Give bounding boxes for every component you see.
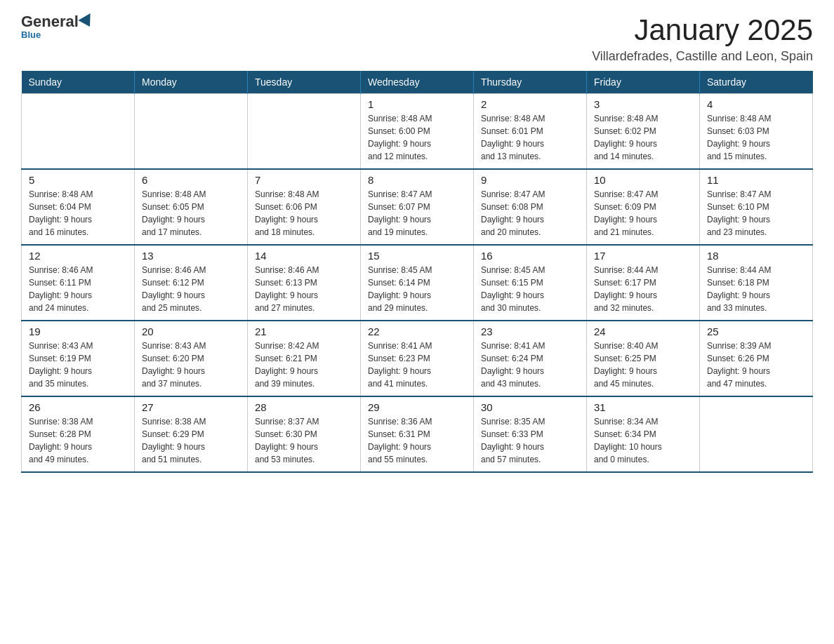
day-number: 29	[368, 401, 466, 413]
day-info: Sunrise: 8:38 AMSunset: 6:29 PMDaylight:…	[142, 415, 240, 466]
weekday-header-wednesday: Wednesday	[361, 71, 474, 94]
day-number: 21	[255, 326, 353, 337]
day-info: Sunrise: 8:45 AMSunset: 6:15 PMDaylight:…	[481, 264, 579, 314]
calendar-cell: 15Sunrise: 8:45 AMSunset: 6:14 PMDayligh…	[361, 245, 474, 321]
logo: General Blue	[21, 14, 95, 40]
day-info: Sunrise: 8:48 AMSunset: 6:04 PMDaylight:…	[29, 188, 127, 239]
day-number: 6	[142, 174, 240, 186]
day-info: Sunrise: 8:47 AMSunset: 6:08 PMDaylight:…	[481, 188, 579, 239]
day-number: 13	[142, 250, 240, 262]
calendar-cell: 16Sunrise: 8:45 AMSunset: 6:15 PMDayligh…	[474, 245, 587, 321]
weekday-header-tuesday: Tuesday	[248, 71, 361, 94]
weekday-header-saturday: Saturday	[700, 71, 813, 94]
calendar-week-row: 26Sunrise: 8:38 AMSunset: 6:28 PMDayligh…	[22, 396, 813, 472]
calendar-title: January 2025	[592, 14, 813, 46]
day-info: Sunrise: 8:44 AMSunset: 6:18 PMDaylight:…	[707, 264, 805, 314]
day-info: Sunrise: 8:48 AMSunset: 6:06 PMDaylight:…	[255, 188, 353, 239]
day-number: 22	[368, 326, 466, 337]
day-info: Sunrise: 8:42 AMSunset: 6:21 PMDaylight:…	[255, 340, 353, 390]
day-info: Sunrise: 8:46 AMSunset: 6:13 PMDaylight:…	[255, 264, 353, 314]
day-number: 23	[481, 326, 579, 337]
day-info: Sunrise: 8:38 AMSunset: 6:28 PMDaylight:…	[29, 415, 127, 466]
day-number: 5	[29, 174, 127, 186]
calendar-cell: 19Sunrise: 8:43 AMSunset: 6:19 PMDayligh…	[22, 321, 135, 396]
day-info: Sunrise: 8:48 AMSunset: 6:00 PMDaylight:…	[368, 112, 466, 163]
weekday-header-thursday: Thursday	[474, 71, 587, 94]
calendar-header-row: SundayMondayTuesdayWednesdayThursdayFrid…	[22, 71, 813, 94]
day-info: Sunrise: 8:47 AMSunset: 6:09 PMDaylight:…	[594, 188, 692, 239]
day-info: Sunrise: 8:34 AMSunset: 6:34 PMDaylight:…	[594, 415, 692, 466]
day-number: 1	[368, 98, 466, 110]
day-number: 30	[481, 401, 579, 413]
day-info: Sunrise: 8:41 AMSunset: 6:24 PMDaylight:…	[481, 340, 579, 390]
calendar-cell: 1Sunrise: 8:48 AMSunset: 6:00 PMDaylight…	[361, 94, 474, 170]
day-info: Sunrise: 8:41 AMSunset: 6:23 PMDaylight:…	[368, 340, 466, 390]
day-number: 2	[481, 98, 579, 110]
calendar-week-row: 12Sunrise: 8:46 AMSunset: 6:11 PMDayligh…	[22, 245, 813, 321]
day-info: Sunrise: 8:48 AMSunset: 6:05 PMDaylight:…	[142, 188, 240, 239]
day-info: Sunrise: 8:48 AMSunset: 6:01 PMDaylight:…	[481, 112, 579, 163]
calendar-cell: 20Sunrise: 8:43 AMSunset: 6:20 PMDayligh…	[135, 321, 248, 396]
day-number: 25	[707, 326, 805, 337]
day-number: 7	[255, 174, 353, 186]
calendar-cell	[135, 94, 248, 170]
calendar-cell: 22Sunrise: 8:41 AMSunset: 6:23 PMDayligh…	[361, 321, 474, 396]
calendar-cell: 9Sunrise: 8:47 AMSunset: 6:08 PMDaylight…	[474, 169, 587, 245]
calendar-week-row: 19Sunrise: 8:43 AMSunset: 6:19 PMDayligh…	[22, 321, 813, 396]
calendar-cell: 4Sunrise: 8:48 AMSunset: 6:03 PMDaylight…	[700, 94, 813, 170]
calendar-cell: 25Sunrise: 8:39 AMSunset: 6:26 PMDayligh…	[700, 321, 813, 396]
calendar-cell: 12Sunrise: 8:46 AMSunset: 6:11 PMDayligh…	[22, 245, 135, 321]
calendar-cell: 7Sunrise: 8:48 AMSunset: 6:06 PMDaylight…	[248, 169, 361, 245]
day-info: Sunrise: 8:46 AMSunset: 6:11 PMDaylight:…	[29, 264, 127, 314]
calendar-table: SundayMondayTuesdayWednesdayThursdayFrid…	[21, 71, 813, 473]
calendar-cell: 13Sunrise: 8:46 AMSunset: 6:12 PMDayligh…	[135, 245, 248, 321]
day-info: Sunrise: 8:45 AMSunset: 6:14 PMDaylight:…	[368, 264, 466, 314]
calendar-cell: 17Sunrise: 8:44 AMSunset: 6:17 PMDayligh…	[587, 245, 700, 321]
calendar-cell: 5Sunrise: 8:48 AMSunset: 6:04 PMDaylight…	[22, 169, 135, 245]
calendar-cell: 23Sunrise: 8:41 AMSunset: 6:24 PMDayligh…	[474, 321, 587, 396]
day-number: 9	[481, 174, 579, 186]
calendar-cell: 11Sunrise: 8:47 AMSunset: 6:10 PMDayligh…	[700, 169, 813, 245]
day-info: Sunrise: 8:47 AMSunset: 6:07 PMDaylight:…	[368, 188, 466, 239]
calendar-cell	[22, 94, 135, 170]
calendar-cell: 21Sunrise: 8:42 AMSunset: 6:21 PMDayligh…	[248, 321, 361, 396]
day-number: 3	[594, 98, 692, 110]
day-info: Sunrise: 8:43 AMSunset: 6:20 PMDaylight:…	[142, 340, 240, 390]
day-number: 4	[707, 98, 805, 110]
calendar-cell: 2Sunrise: 8:48 AMSunset: 6:01 PMDaylight…	[474, 94, 587, 170]
day-number: 28	[255, 401, 353, 413]
day-info: Sunrise: 8:44 AMSunset: 6:17 PMDaylight:…	[594, 264, 692, 314]
day-number: 19	[29, 326, 127, 337]
weekday-header-sunday: Sunday	[22, 71, 135, 94]
calendar-cell: 31Sunrise: 8:34 AMSunset: 6:34 PMDayligh…	[587, 396, 700, 472]
calendar-cell: 29Sunrise: 8:36 AMSunset: 6:31 PMDayligh…	[361, 396, 474, 472]
calendar-cell: 3Sunrise: 8:48 AMSunset: 6:02 PMDaylight…	[587, 94, 700, 170]
day-info: Sunrise: 8:36 AMSunset: 6:31 PMDaylight:…	[368, 415, 466, 466]
day-info: Sunrise: 8:47 AMSunset: 6:10 PMDaylight:…	[707, 188, 805, 239]
calendar-cell: 24Sunrise: 8:40 AMSunset: 6:25 PMDayligh…	[587, 321, 700, 396]
calendar-week-row: 1Sunrise: 8:48 AMSunset: 6:00 PMDaylight…	[22, 94, 813, 170]
day-number: 10	[594, 174, 692, 186]
day-number: 8	[368, 174, 466, 186]
day-info: Sunrise: 8:48 AMSunset: 6:02 PMDaylight:…	[594, 112, 692, 163]
calendar-cell: 30Sunrise: 8:35 AMSunset: 6:33 PMDayligh…	[474, 396, 587, 472]
calendar-cell: 18Sunrise: 8:44 AMSunset: 6:18 PMDayligh…	[700, 245, 813, 321]
calendar-cell: 6Sunrise: 8:48 AMSunset: 6:05 PMDaylight…	[135, 169, 248, 245]
calendar-cell	[700, 396, 813, 472]
day-number: 26	[29, 401, 127, 413]
page-header: General Blue January 2025 Villardefrades…	[21, 14, 813, 64]
location-subtitle: Villardefrades, Castille and Leon, Spain	[592, 49, 813, 64]
title-section: January 2025 Villardefrades, Castille an…	[592, 14, 813, 64]
day-number: 12	[29, 250, 127, 262]
day-number: 14	[255, 250, 353, 262]
day-info: Sunrise: 8:46 AMSunset: 6:12 PMDaylight:…	[142, 264, 240, 314]
day-info: Sunrise: 8:37 AMSunset: 6:30 PMDaylight:…	[255, 415, 353, 466]
day-number: 15	[368, 250, 466, 262]
day-info: Sunrise: 8:39 AMSunset: 6:26 PMDaylight:…	[707, 340, 805, 390]
calendar-cell	[248, 94, 361, 170]
day-number: 17	[594, 250, 692, 262]
calendar-cell: 10Sunrise: 8:47 AMSunset: 6:09 PMDayligh…	[587, 169, 700, 245]
day-number: 24	[594, 326, 692, 337]
day-info: Sunrise: 8:48 AMSunset: 6:03 PMDaylight:…	[707, 112, 805, 163]
weekday-header-friday: Friday	[587, 71, 700, 94]
